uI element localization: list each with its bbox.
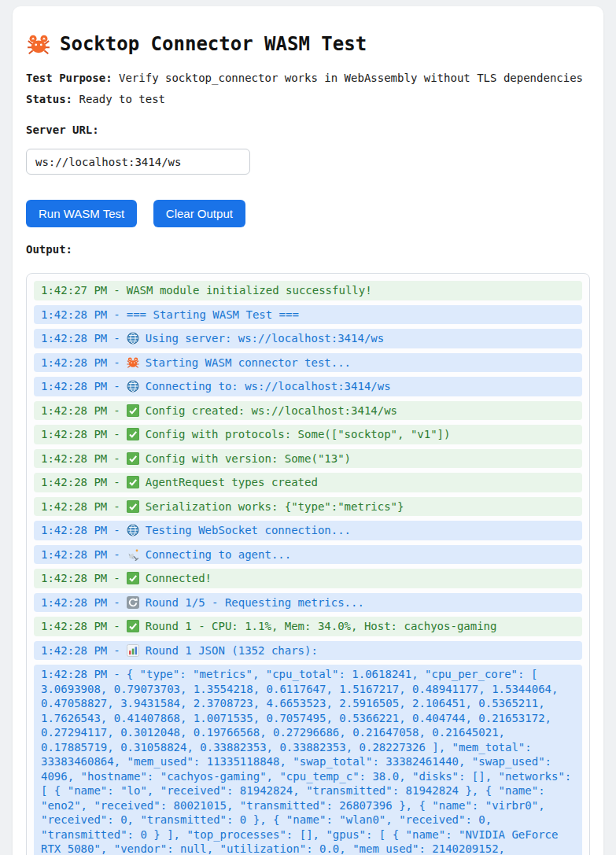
log-row: 1:42:28 PM-Serialization works: {"type":… xyxy=(34,497,582,517)
globe-icon xyxy=(127,380,139,392)
crab-icon xyxy=(127,356,139,369)
log-separator: - xyxy=(113,548,120,561)
globe-icon xyxy=(127,332,139,345)
log-row: 1:42:28 PM-=== Starting WASM Test === xyxy=(34,305,582,325)
run-wasm-test-button[interactable]: Run WASM Test xyxy=(26,200,137,227)
log-message: Connected! xyxy=(146,572,212,584)
log-time: 1:42:28 PM xyxy=(41,380,107,392)
log-row: 1:42:28 PM-AgentRequest types created xyxy=(34,473,582,492)
log-separator: - xyxy=(113,332,120,345)
log-time: 1:42:28 PM xyxy=(41,548,107,561)
log-message: === Starting WASM Test === xyxy=(127,308,299,321)
log-time: 1:42:28 PM xyxy=(41,500,107,513)
purpose-text: Verify socktop_connector works in WebAss… xyxy=(119,72,583,84)
check-icon xyxy=(127,476,139,488)
button-row: Run WASM Test Clear Output xyxy=(26,200,590,227)
log-time: 1:42:28 PM xyxy=(41,572,107,584)
log-time: 1:42:28 PM xyxy=(41,668,107,680)
server-url-input[interactable] xyxy=(26,149,250,175)
purpose-label: Test Purpose: xyxy=(26,72,113,84)
output-label: Output: xyxy=(26,243,590,256)
log-separator: - xyxy=(113,428,120,440)
log-row: 1:42:28 PM-Connecting to agent... xyxy=(34,545,582,565)
log-message: Using server: ws://localhost:3414/ws xyxy=(146,332,384,345)
log-separator: - xyxy=(113,308,120,321)
log-separator: - xyxy=(113,644,120,657)
log-row: 1:42:28 PM-Using server: ws://localhost:… xyxy=(34,329,582,348)
log-separator: - xyxy=(113,452,120,465)
page-title-text: Socktop Connector WASM Test xyxy=(60,31,367,57)
log-row: 1:42:28 PM-Connected! xyxy=(34,569,582,588)
crab-icon xyxy=(26,34,51,55)
log-separator: - xyxy=(113,404,120,417)
check-icon xyxy=(127,404,139,417)
log-message: Round 1 JSON (1352 chars): xyxy=(146,644,318,657)
clear-output-button[interactable]: Clear Output xyxy=(153,200,245,227)
log-row: 1:42:28 PM-Starting WASM connector test.… xyxy=(34,353,582,373)
chart-icon xyxy=(127,644,139,657)
log-time: 1:42:28 PM xyxy=(41,620,107,632)
check-icon xyxy=(127,620,139,632)
log-separator: - xyxy=(113,356,120,369)
log-separator: - xyxy=(113,284,120,297)
log-row-json: 1:42:28 PM-{ "type": "metrics", "cpu_tot… xyxy=(34,665,582,855)
log-row: 1:42:28 PM-Connecting to: ws://localhost… xyxy=(34,377,582,396)
log-row: 1:42:28 PM-Config created: ws://localhos… xyxy=(34,401,582,421)
log-message: { "type": "metrics", "cpu_total": 1.0618… xyxy=(41,668,571,855)
log-message: AgentRequest types created xyxy=(146,476,318,488)
main-card: Socktop Connector WASM Test Test Purpose… xyxy=(13,6,603,855)
log-time: 1:42:28 PM xyxy=(41,332,107,345)
page-title: Socktop Connector WASM Test xyxy=(26,31,590,57)
log-time: 1:42:28 PM xyxy=(41,596,107,609)
log-row: 1:42:28 PM-Testing WebSocket connection.… xyxy=(34,521,582,540)
log-message: WASM module initialized successfully! xyxy=(127,284,372,297)
log-time: 1:42:28 PM xyxy=(41,644,107,657)
log-separator: - xyxy=(113,668,120,680)
satellite-icon xyxy=(127,548,139,561)
status-label: Status: xyxy=(26,93,72,105)
log-message: Starting WASM connector test... xyxy=(146,356,351,369)
log-output[interactable]: 1:42:27 PM-WASM module initialized succe… xyxy=(26,273,590,855)
log-separator: - xyxy=(113,500,120,513)
log-row: 1:42:28 PM-Round 1 JSON (1352 chars): xyxy=(34,641,582,661)
log-separator: - xyxy=(113,524,120,536)
log-time: 1:42:28 PM xyxy=(41,356,107,369)
log-time: 1:42:28 PM xyxy=(41,308,107,321)
log-message: Round 1/5 - Requesting metrics... xyxy=(146,596,364,609)
check-icon xyxy=(127,500,139,513)
log-separator: - xyxy=(113,380,120,392)
log-separator: - xyxy=(113,620,120,632)
log-message: Connecting to: ws://localhost:3414/ws xyxy=(146,380,391,392)
log-message: Config with protocols: Some(["socktop", … xyxy=(146,428,451,440)
log-separator: - xyxy=(113,572,120,584)
log-time: 1:42:28 PM xyxy=(41,476,107,488)
log-message: Connecting to agent... xyxy=(146,548,291,561)
check-icon xyxy=(127,428,139,440)
log-time: 1:42:27 PM xyxy=(41,284,107,297)
status-text: Ready to test xyxy=(79,93,165,105)
log-message: Serialization works: {"type":"metrics"} xyxy=(146,500,404,513)
log-row: 1:42:28 PM-Config with version: Some("13… xyxy=(34,449,582,469)
check-icon xyxy=(127,572,139,584)
log-time: 1:42:28 PM xyxy=(41,452,107,465)
log-message: Config created: ws://localhost:3414/ws xyxy=(146,404,397,417)
log-message: Testing WebSocket connection... xyxy=(146,524,351,536)
log-separator: - xyxy=(113,476,120,488)
log-separator: - xyxy=(113,596,120,609)
refresh-icon xyxy=(127,596,139,609)
log-time: 1:42:28 PM xyxy=(41,524,107,536)
check-icon xyxy=(127,452,139,465)
globe-icon xyxy=(127,524,139,536)
log-row: 1:42:27 PM-WASM module initialized succe… xyxy=(34,281,582,300)
log-time: 1:42:28 PM xyxy=(41,428,107,440)
log-row: 1:42:28 PM-Config with protocols: Some([… xyxy=(34,425,582,444)
purpose-line: Test Purpose: Verify socktop_connector w… xyxy=(26,72,590,85)
log-message: Round 1 - CPU: 1.1%, Mem: 34.0%, Host: c… xyxy=(146,620,497,632)
log-time: 1:42:28 PM xyxy=(41,404,107,417)
server-url-label: Server URL: xyxy=(26,123,590,136)
log-row: 1:42:28 PM-Round 1/5 - Requesting metric… xyxy=(34,593,582,613)
status-line: Status: Ready to test xyxy=(26,93,590,106)
log-row: 1:42:28 PM-Round 1 - CPU: 1.1%, Mem: 34.… xyxy=(34,617,582,636)
log-message: Config with version: Some("13") xyxy=(146,452,351,465)
